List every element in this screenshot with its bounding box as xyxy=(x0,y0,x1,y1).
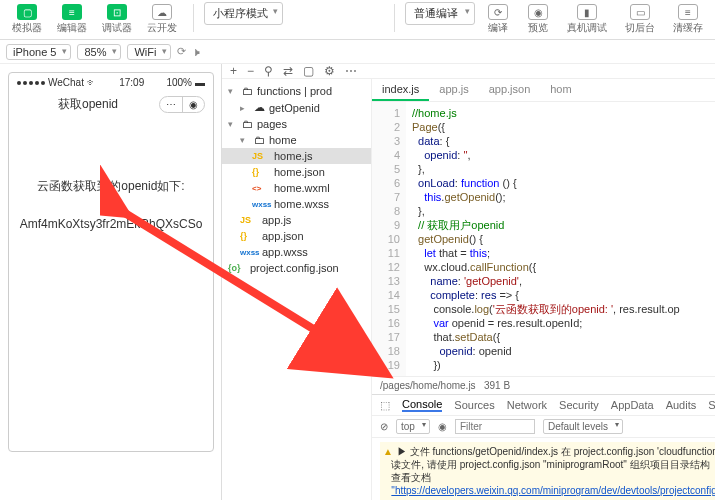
cloud-icon: ☁ xyxy=(152,4,172,20)
mode-dropdown[interactable]: 小程序模式 xyxy=(204,2,283,25)
replace-icon[interactable]: ⇄ xyxy=(283,64,293,78)
doc-link[interactable]: "https://developers.weixin.qq.com/minipr… xyxy=(391,485,715,496)
dt-tab-appdata[interactable]: AppData xyxy=(611,399,654,411)
editor-area: index.js app.js app.json hom 12345678910… xyxy=(372,79,715,500)
devtools-tabs: ⬚ Console Sources Network Security AppDa… xyxy=(372,395,715,416)
simulator-button[interactable]: ▢模拟器 xyxy=(6,2,48,37)
folder-icon: 🗀 xyxy=(242,118,253,130)
folder-pages[interactable]: ▾🗀pages xyxy=(222,116,371,132)
simulator-pane: WeChat ᯤ 17:09 100% ▬ 获取openid ⋯ ◉ 云函数获取… xyxy=(0,64,222,500)
debugger-icon: ⊡ xyxy=(107,4,127,20)
file-home-json[interactable]: {}home.json xyxy=(222,164,371,180)
tab-index-js[interactable]: index.js xyxy=(372,79,429,101)
file-home-js[interactable]: JShome.js xyxy=(222,148,371,164)
dt-tab-console[interactable]: Console xyxy=(402,398,442,412)
inspect-icon[interactable]: ⬚ xyxy=(380,399,390,412)
dt-tab-security[interactable]: Security xyxy=(559,399,599,411)
editor-icon: ≡ xyxy=(62,4,82,20)
battery-label: 100% xyxy=(166,77,192,88)
zoom-dropdown[interactable]: 85% xyxy=(77,44,121,60)
debugger-button[interactable]: ⊡调试器 xyxy=(96,2,138,37)
remote-icon: ▮ xyxy=(577,4,597,20)
file-app-json[interactable]: {}app.json xyxy=(222,228,371,244)
settings-icon[interactable]: ⚙ xyxy=(324,64,335,78)
minus-icon[interactable]: − xyxy=(247,64,254,78)
file-app-wxss[interactable]: wxssapp.wxss xyxy=(222,244,371,260)
simulator-content: 云函数获取到的openid如下: o-Amf4mKoXtsy3fr2mEkRhQ… xyxy=(9,117,213,295)
compile-icon: ⟳ xyxy=(488,4,508,20)
phone-status-bar: WeChat ᯤ 17:09 100% ▬ xyxy=(9,73,213,92)
time-label: 17:09 xyxy=(119,77,144,88)
page-title: 获取openid xyxy=(58,96,118,113)
background-button[interactable]: ▭切后台 xyxy=(619,2,661,37)
folder-icon: 🗀 xyxy=(254,134,265,146)
cloud-dev-button[interactable]: ☁云开发 xyxy=(141,2,183,37)
file-project-config[interactable]: {o}project.config.json xyxy=(222,260,371,276)
file-explorer: ▾🗀functions | prod ▸☁getOpenid ▾🗀pages ▾… xyxy=(222,79,372,500)
levels-dropdown[interactable]: Default levels xyxy=(543,419,623,434)
ide-toolbar: + − ⚲ ⇄ ▢ ⚙ ⋯ xyxy=(222,64,715,79)
mute-icon[interactable]: 🕨 xyxy=(192,46,203,58)
openid-label: 云函数获取到的openid如下: xyxy=(19,177,203,196)
more-icon[interactable]: ⋯ xyxy=(345,64,357,78)
dt-tab-audits[interactable]: Audits xyxy=(666,399,697,411)
top-toolbar: ▢模拟器 ≡编辑器 ⊡调试器 ☁云开发 小程序模式 普通编译 ⟳编译 ◉预览 ▮… xyxy=(0,0,715,40)
line-gutter: 12345678910111213141516171819 xyxy=(372,102,406,376)
second-toolbar: iPhone 5 85% WiFi ⟳ 🕨 xyxy=(0,40,715,64)
folder-icon: 🗀 xyxy=(242,85,253,97)
simulator-icon: ▢ xyxy=(17,4,37,20)
tab-app-js[interactable]: app.js xyxy=(429,79,478,101)
code-content: //home.js Page({ data: { openid: '', }, … xyxy=(406,102,686,376)
file-app-js[interactable]: JSapp.js xyxy=(222,212,371,228)
capsule-close-button[interactable]: ◉ xyxy=(183,97,204,112)
console-warning: ▲▶ 文件 functions/getOpenid/index.js 在 pro… xyxy=(380,442,715,500)
clear-cache-button[interactable]: ≡清缓存 xyxy=(667,2,709,37)
copy-icon[interactable]: ▢ xyxy=(303,64,314,78)
rotate-icon[interactable]: ⟳ xyxy=(177,45,186,58)
folder-getopenid[interactable]: ▸☁getOpenid xyxy=(222,99,371,116)
device-dropdown[interactable]: iPhone 5 xyxy=(6,44,71,60)
ide-pane: + − ⚲ ⇄ ▢ ⚙ ⋯ ▾🗀functions | prod ▸☁getOp… xyxy=(222,64,715,500)
remote-debug-button[interactable]: ▮真机调试 xyxy=(561,2,613,37)
editor-button[interactable]: ≡编辑器 xyxy=(51,2,93,37)
eye-icon[interactable]: ◉ xyxy=(438,421,447,432)
clear-console-icon[interactable]: ⊘ xyxy=(380,421,388,432)
battery-icon: ▬ xyxy=(195,77,205,88)
cloud-icon: ☁ xyxy=(254,101,265,114)
tab-app-json[interactable]: app.json xyxy=(479,79,541,101)
add-icon[interactable]: + xyxy=(230,64,237,78)
carrier-label: WeChat xyxy=(48,77,84,88)
phone-frame: WeChat ᯤ 17:09 100% ▬ 获取openid ⋯ ◉ 云函数获取… xyxy=(8,72,214,452)
network-dropdown[interactable]: WiFi xyxy=(127,44,171,60)
warning-icon: ▲ xyxy=(383,446,393,457)
console-filter-bar: ⊘ top ◉ Default levels xyxy=(372,416,715,438)
capsule-button: ⋯ ◉ xyxy=(159,96,205,113)
filter-input[interactable] xyxy=(455,419,535,434)
preview-icon: ◉ xyxy=(528,4,548,20)
folder-functions[interactable]: ▾🗀functions | prod xyxy=(222,83,371,99)
wifi-icon: ᯤ xyxy=(87,77,97,88)
editor-status: /pages/home/home.js 391 B xyxy=(372,376,715,394)
openid-value: o-Amf4mKoXtsy3fr2mEkRhQXsCSo xyxy=(19,196,203,234)
preview-button[interactable]: ◉预览 xyxy=(521,2,555,37)
capsule-more-button[interactable]: ⋯ xyxy=(160,97,183,112)
editor-tabs: index.js app.js app.json hom xyxy=(372,79,715,102)
phone-nav-bar: 获取openid ⋯ ◉ xyxy=(9,92,213,117)
console-body[interactable]: ▲▶ 文件 functions/getOpenid/index.js 在 pro… xyxy=(372,438,715,500)
compile-mode-dropdown[interactable]: 普通编译 xyxy=(405,2,475,25)
bg-icon: ▭ xyxy=(630,4,650,20)
search-icon[interactable]: ⚲ xyxy=(264,64,273,78)
dt-tab-sensor[interactable]: Sensor xyxy=(708,399,715,411)
tab-home[interactable]: hom xyxy=(540,79,581,101)
devtools-panel: ⬚ Console Sources Network Security AppDa… xyxy=(372,394,715,500)
compile-button[interactable]: ⟳编译 xyxy=(481,2,515,37)
code-editor[interactable]: 12345678910111213141516171819 //home.js … xyxy=(372,102,715,376)
file-home-wxss[interactable]: wxsshome.wxss xyxy=(222,196,371,212)
dt-tab-sources[interactable]: Sources xyxy=(454,399,494,411)
cache-icon: ≡ xyxy=(678,4,698,20)
context-dropdown[interactable]: top xyxy=(396,419,430,434)
file-home-wxml[interactable]: <>home.wxml xyxy=(222,180,371,196)
folder-home[interactable]: ▾🗀home xyxy=(222,132,371,148)
dt-tab-network[interactable]: Network xyxy=(507,399,547,411)
